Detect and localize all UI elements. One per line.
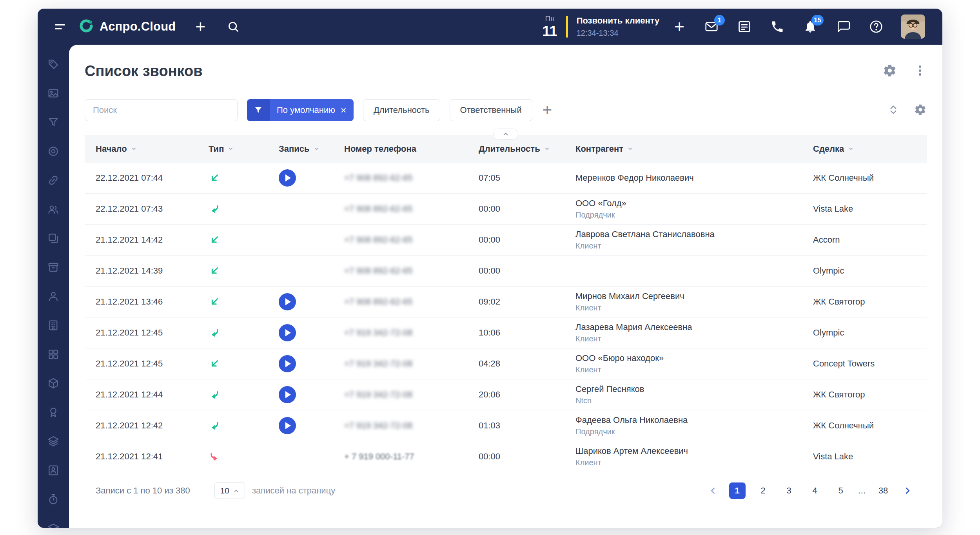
- active-filter-chip[interactable]: По умолчанию ×: [247, 99, 354, 121]
- chat-icon[interactable]: [836, 19, 851, 34]
- sidebar-item-id-badge[interactable]: [47, 464, 60, 477]
- column-header[interactable]: Длительность: [469, 144, 566, 154]
- play-record-button[interactable]: [279, 293, 296, 310]
- column-header[interactable]: Тип: [199, 144, 269, 154]
- play-record-button[interactable]: [279, 417, 296, 434]
- sidebar-item-cube[interactable]: [47, 377, 60, 390]
- sidebar-item-archive[interactable]: [47, 261, 60, 274]
- column-header[interactable]: Запись: [269, 144, 335, 154]
- sidebar-item-image[interactable]: [47, 87, 60, 100]
- search-input[interactable]: [85, 99, 238, 121]
- menu-toggle-icon[interactable]: [55, 24, 65, 29]
- sidebar-item-award[interactable]: [47, 406, 60, 419]
- page-button-38[interactable]: 38: [875, 482, 891, 499]
- sidebar-item-target[interactable]: [47, 145, 60, 158]
- sidebar-item-link[interactable]: [47, 174, 60, 187]
- contact-name[interactable]: ООО «Бюро находок»: [575, 353, 664, 363]
- page-button-4[interactable]: 4: [807, 482, 823, 499]
- contact-name[interactable]: Фадеева Ольга Николаевна: [575, 415, 688, 425]
- page-size-select[interactable]: 10: [214, 482, 245, 499]
- column-header[interactable]: Номер телефона: [335, 144, 469, 154]
- search-icon[interactable]: [227, 20, 240, 33]
- table-row[interactable]: 22.12.2021 07:43 +7 908 892-62-65 00:00 …: [85, 194, 927, 225]
- sidebar-item-user[interactable]: [47, 290, 60, 303]
- sidebar-item-funnel[interactable]: [47, 116, 60, 129]
- deal-name[interactable]: Olympic: [804, 266, 927, 276]
- sort-chevron-icon[interactable]: [544, 144, 550, 154]
- sort-chevron-icon[interactable]: [314, 144, 319, 154]
- deal-name[interactable]: Concept Towers: [804, 359, 927, 369]
- column-header[interactable]: Сделка: [804, 144, 927, 154]
- page-button-5[interactable]: 5: [833, 482, 849, 499]
- mail-icon[interactable]: 1: [704, 19, 719, 34]
- deal-name[interactable]: Accorn: [804, 235, 927, 245]
- sidebar-item-building[interactable]: [47, 319, 60, 332]
- contact-name[interactable]: Шариков Артем Алексеевич: [575, 446, 688, 456]
- collapse-filters-tab[interactable]: [493, 129, 518, 140]
- table-row[interactable]: 21.12.2021 14:39 +7 908 892-62-65 00:00 …: [85, 256, 927, 287]
- play-record-button[interactable]: [279, 386, 296, 403]
- sort-chevron-icon[interactable]: [228, 144, 234, 154]
- table-settings-gear-icon[interactable]: [914, 103, 927, 117]
- contact-name[interactable]: Меренков Федор Николаевич: [575, 173, 694, 183]
- sort-chevron-icon[interactable]: [131, 144, 137, 154]
- table-row[interactable]: 21.12.2021 12:41 + 7 919 000-11-77 00:00…: [85, 441, 927, 472]
- page-button-1[interactable]: 1: [729, 482, 746, 499]
- play-record-button[interactable]: [279, 169, 296, 187]
- deal-name[interactable]: Vista Lake: [804, 452, 927, 462]
- add-filter-button[interactable]: +: [543, 102, 552, 118]
- deal-name[interactable]: Olympic: [804, 328, 927, 338]
- page-settings-gear-icon[interactable]: [883, 63, 897, 79]
- phone-icon[interactable]: [770, 19, 785, 34]
- table-row[interactable]: 21.12.2021 12:45 +7 919 342-72-08 04:28 …: [85, 348, 927, 379]
- remove-filter-icon[interactable]: ×: [341, 105, 347, 115]
- user-avatar[interactable]: [901, 15, 925, 39]
- contact-name[interactable]: Сергей Песняков: [575, 384, 644, 394]
- deal-name[interactable]: Vista Lake: [804, 204, 927, 214]
- help-icon[interactable]: [869, 19, 884, 34]
- table-row[interactable]: 21.12.2021 12:45 +7 919 342-72-08 10:06 …: [85, 317, 927, 348]
- table-row[interactable]: 21.12.2021 12:42 +7 919 342-72-08 01:03 …: [85, 410, 927, 441]
- deal-name[interactable]: ЖК Святогор: [804, 390, 927, 400]
- calendar-widget[interactable]: Пн 11: [543, 15, 557, 38]
- contact-name[interactable]: Мирнов Михаил Сергеевич: [575, 291, 684, 301]
- filter-button-2[interactable]: Ответственный: [450, 99, 532, 121]
- deal-name[interactable]: ЖК Святогор: [804, 297, 927, 307]
- page-button-3[interactable]: 3: [781, 482, 797, 499]
- sidebar-item-copy[interactable]: [47, 232, 60, 245]
- page-button-2[interactable]: 2: [755, 482, 771, 499]
- sort-chevron-icon[interactable]: [848, 144, 854, 154]
- sidebar-item-layers[interactable]: [47, 435, 60, 448]
- play-record-button[interactable]: [279, 355, 296, 372]
- table-row[interactable]: 21.12.2021 12:44 +7 919 342-72-08 20:06 …: [85, 379, 927, 410]
- table-row[interactable]: 21.12.2021 13:46 +7 908 892-62-65 09:02 …: [85, 287, 927, 317]
- next-page-button[interactable]: [899, 482, 916, 499]
- calendar-event[interactable]: Позвонить клиенту 12:34-13:34: [577, 16, 660, 38]
- sidebar-item-graduation[interactable]: [47, 522, 60, 528]
- contact-name[interactable]: Лазарева Мария Алексеевна: [575, 322, 692, 332]
- contact-name[interactable]: ООО «Голд»: [575, 198, 626, 209]
- sidebar-item-grid[interactable]: [47, 348, 60, 361]
- sidebar-item-users[interactable]: [47, 203, 60, 216]
- sidebar-item-timer[interactable]: [47, 493, 60, 506]
- deal-name[interactable]: ЖК Солнечный: [804, 173, 927, 183]
- table-row[interactable]: 21.12.2021 14:42 +7 908 892-62-65 00:00 …: [85, 225, 927, 256]
- deal-name[interactable]: ЖК Солнечный: [804, 421, 927, 431]
- brand-logo-icon[interactable]: [78, 18, 94, 35]
- notes-icon[interactable]: [737, 19, 752, 34]
- sidebar-item-tag[interactable]: [47, 58, 60, 71]
- quick-add-button[interactable]: +: [195, 18, 205, 35]
- add-event-button[interactable]: +: [674, 18, 684, 35]
- column-header[interactable]: Контрагент: [566, 144, 804, 154]
- collapse-table-icon[interactable]: [887, 104, 899, 117]
- column-header[interactable]: Начало: [85, 144, 199, 154]
- prev-page-button[interactable]: [705, 482, 721, 499]
- contact-name[interactable]: Лаврова Светлана Станиславовна: [575, 229, 715, 239]
- filter-button-1[interactable]: Длительность: [363, 99, 440, 121]
- sort-chevron-icon[interactable]: [627, 144, 633, 154]
- page-kebab-menu-icon[interactable]: [913, 64, 927, 78]
- phone-number: +7 908 892-62-65: [344, 173, 412, 183]
- table-row[interactable]: 22.12.2021 07:44 +7 908 892-62-65 07:05 …: [85, 163, 927, 194]
- play-record-button[interactable]: [279, 324, 296, 341]
- notifications-bell-icon[interactable]: 15: [803, 19, 818, 34]
